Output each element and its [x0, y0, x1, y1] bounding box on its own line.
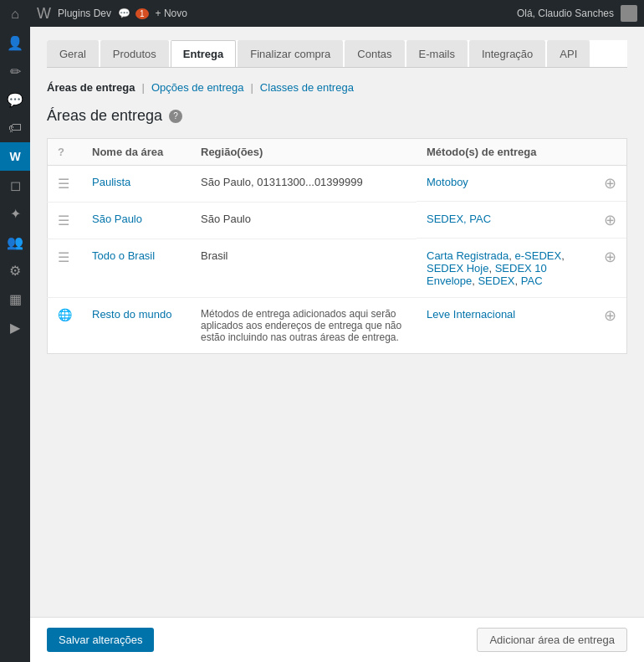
subnav-current: Áreas de entrega	[47, 81, 135, 94]
table-row: ☰ Todo o Brasil Brasil Carta Registrada,…	[48, 239, 627, 298]
zone-name-paulista[interactable]: Paulista	[92, 176, 130, 188]
products-icon[interactable]: 🏷	[0, 114, 30, 142]
tab-finalizar-compra[interactable]: Finalizar compra	[238, 40, 343, 67]
settings-icon[interactable]: ⚙	[0, 256, 30, 285]
drag-cell-mundo: 🌐	[48, 298, 83, 354]
content-wrapper: Geral Produtos Entrega Finalizar compra …	[30, 27, 644, 617]
topbar-right: Olá, Claudio Sanches	[517, 5, 637, 22]
topbar: W Plugins Dev 💬 1 + Novo Olá, Claudio Sa…	[30, 0, 644, 27]
col-header-region: Região(ões)	[191, 139, 417, 166]
method-link-leve[interactable]: Leve Internacional	[427, 308, 515, 321]
method-saopaulo: SEDEX, PAC	[427, 213, 491, 225]
tab-api[interactable]: API	[547, 40, 590, 67]
user-greeting: Olá, Claudio Sanches	[517, 8, 614, 19]
sidebar: ⌂ 👤 ✏ 💬 🏷 W ◻ ✦ 👥 ⚙ ▦ ▶	[0, 0, 30, 662]
user-avatar[interactable]	[621, 5, 637, 22]
method-link-sedex10[interactable]: SEDEX 10	[495, 262, 547, 275]
site-name-label: Plugins Dev	[58, 8, 111, 19]
subnav: Áreas de entrega | Opções de entrega | C…	[47, 81, 627, 94]
method-cell-paulista: Motoboy ⊕	[417, 166, 626, 202]
add-zone-button[interactable]: Adicionar área de entrega	[477, 628, 627, 652]
subnav-classes[interactable]: Classes de entrega	[260, 81, 354, 94]
site-name[interactable]: Plugins Dev	[58, 8, 111, 19]
add-method-paulista[interactable]: ⊕	[604, 176, 616, 191]
tools-icon[interactable]: ✦	[0, 199, 30, 228]
table-row: 🌐 Resto do mundo Métodos de entrega adic…	[48, 298, 627, 354]
method-link-sedex-hoje[interactable]: SEDEX Hoje	[427, 262, 488, 275]
topbar-left: W Plugins Dev 💬 1 + Novo	[37, 5, 187, 23]
method-cell-mundo: Leve Internacional ⊕	[417, 298, 626, 333]
drag-cell-saopaulo[interactable]: ☰	[48, 203, 83, 239]
save-button[interactable]: Salvar alterações	[47, 628, 154, 652]
woo-icon[interactable]: W	[0, 142, 30, 171]
region-cell-brasil: Brasil	[191, 239, 417, 298]
subnav-sep1: |	[142, 81, 145, 94]
subnav-sep2: |	[250, 81, 253, 94]
subnav-opcoes[interactable]: Opções de entrega	[151, 81, 244, 94]
people-icon[interactable]: 👥	[0, 228, 30, 256]
drag-cell-paulista[interactable]: ☰	[48, 166, 83, 203]
tab-contas[interactable]: Contas	[345, 40, 404, 67]
name-cell-brasil: Todo o Brasil	[82, 239, 191, 298]
method-link-pac[interactable]: PAC	[521, 275, 543, 287]
method-link-motoboy[interactable]: Motoboy	[427, 176, 468, 188]
col-header-method: Método(s) de entrega	[417, 139, 627, 166]
comments-icon[interactable]: 💬	[0, 85, 30, 114]
comments-topbar-icon: 💬	[118, 8, 130, 19]
table-row: ☰ São Paulo São Paulo SEDEX, PAC ⊕	[48, 203, 627, 239]
zone-name-brasil[interactable]: Todo o Brasil	[92, 249, 155, 262]
add-method-mundo[interactable]: ⊕	[604, 308, 616, 323]
world-icon: 🌐	[58, 308, 72, 321]
method-link-envelope[interactable]: Envelope	[427, 275, 472, 287]
table-row: ☰ Paulista São Paulo, 01311300...0139999…	[48, 166, 627, 203]
drag-cell-brasil[interactable]: ☰	[48, 239, 83, 298]
page-title: Áreas de entrega ?	[47, 107, 627, 125]
drag-handle-paulista[interactable]: ☰	[58, 177, 69, 191]
play-icon[interactable]: ▶	[0, 313, 30, 341]
zone-name-mundo[interactable]: Resto do mundo	[92, 308, 171, 321]
user-icon[interactable]: 👤	[0, 28, 30, 57]
method-cell-saopaulo: SEDEX, PAC ⊕	[417, 203, 626, 239]
tab-emails[interactable]: E-mails	[406, 40, 468, 67]
method-link-carta[interactable]: Carta Registrada	[427, 249, 509, 262]
zones-table: ? Nome da área Região(ões) Método(s) de …	[47, 138, 627, 354]
method-link-sedex[interactable]: SEDEX	[478, 275, 514, 287]
dashboard-icon[interactable]: ⌂	[0, 0, 30, 28]
tab-integracao[interactable]: Integração	[469, 40, 545, 67]
region-cell-paulista: São Paulo, 01311300...01399999	[191, 166, 417, 203]
drag-handle-saopaulo[interactable]: ☰	[58, 213, 69, 228]
bottom-bar: Salvar alterações Adicionar área de entr…	[30, 617, 644, 662]
table-header-row: ? Nome da área Região(ões) Método(s) de …	[48, 139, 627, 166]
zone-name-saopaulo[interactable]: São Paulo	[92, 213, 142, 225]
method-cell-brasil: Carta Registrada, e-SEDEX, SEDEX Hoje, S…	[417, 239, 626, 298]
add-method-brasil[interactable]: ⊕	[604, 249, 616, 264]
method-link-esedex[interactable]: e-SEDEX	[515, 249, 562, 262]
region-cell-saopaulo: São Paulo	[191, 203, 417, 239]
region-cell-mundo: Métodos de entrega adicionados aqui serã…	[191, 298, 417, 354]
wp-logo: W	[37, 5, 51, 23]
method-mundo: Leve Internacional	[427, 308, 515, 321]
main-area: W Plugins Dev 💬 1 + Novo Olá, Claudio Sa…	[30, 0, 644, 662]
name-cell-paulista: Paulista	[82, 166, 191, 203]
method-link-sedex-pac[interactable]: SEDEX, PAC	[427, 213, 491, 225]
tab-geral[interactable]: Geral	[47, 40, 99, 67]
new-button[interactable]: + Novo	[156, 8, 187, 19]
col-header-name: Nome da área	[82, 139, 191, 166]
tabs-bar: Geral Produtos Entrega Finalizar compra …	[47, 40, 627, 68]
comments-badge: 1	[135, 8, 149, 19]
add-method-saopaulo[interactable]: ⊕	[604, 213, 616, 228]
help-col-icon: ?	[58, 146, 64, 158]
name-cell-saopaulo: São Paulo	[82, 203, 191, 239]
tab-produtos[interactable]: Produtos	[100, 40, 169, 67]
name-cell-mundo: Resto do mundo	[82, 298, 191, 354]
help-icon[interactable]: ?	[169, 110, 182, 123]
edit-icon[interactable]: ✏	[0, 57, 30, 85]
chart-icon[interactable]: ▦	[0, 285, 30, 313]
method-brasil: Carta Registrada, e-SEDEX, SEDEX Hoje, S…	[427, 249, 597, 287]
page-title-text: Áreas de entrega	[47, 107, 162, 125]
comments-topbar[interactable]: 💬 1	[118, 8, 149, 19]
drag-handle-brasil[interactable]: ☰	[58, 250, 69, 264]
box-icon[interactable]: ◻	[0, 171, 30, 199]
method-paulista: Motoboy	[427, 176, 468, 188]
tab-entrega[interactable]: Entrega	[171, 40, 236, 67]
